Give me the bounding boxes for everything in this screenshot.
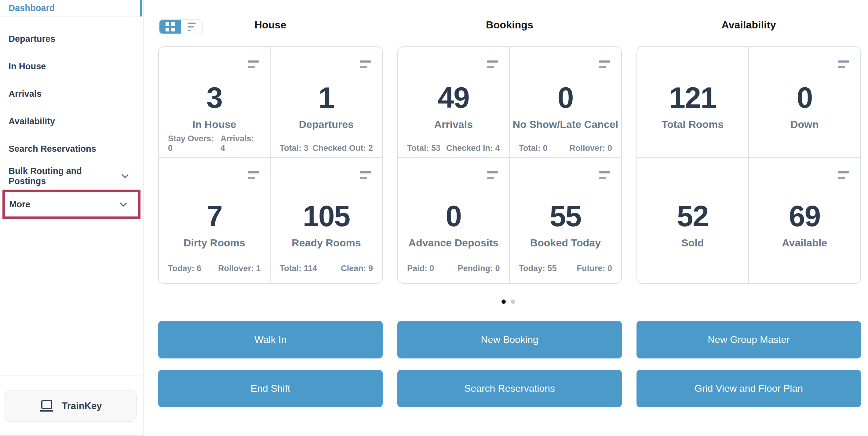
- substat-right: Arrivals: 4: [220, 134, 261, 153]
- substat-right: Checked In: 4: [446, 144, 500, 153]
- stat-card-dirty-rooms[interactable]: 7 Dirty Rooms Today: 6 Rollover: 1: [159, 158, 271, 283]
- stat-value: 55: [550, 201, 581, 231]
- collapse-icon[interactable]: [487, 60, 498, 68]
- collapse-icon[interactable]: [599, 171, 610, 179]
- end-shift-button[interactable]: End Shift: [158, 370, 383, 407]
- chevron-down-icon: [119, 170, 131, 182]
- collapse-icon[interactable]: [360, 60, 371, 68]
- stat-card-departures[interactable]: 1 Departures Total: 3 Checked Out: 2: [271, 47, 382, 158]
- stat-value: 121: [669, 83, 716, 112]
- sidebar-item-label: Arrivals: [8, 89, 41, 99]
- stat-value: 0: [445, 201, 461, 231]
- substat-right: Pending: 0: [458, 264, 500, 273]
- stat-card-group: 121 Total Rooms 0 Down 52 Sold 69 Availa…: [637, 46, 861, 284]
- stat-label: Departures: [299, 119, 354, 130]
- trainkey-button[interactable]: TrainKey: [4, 390, 137, 422]
- substat-left: Stay Overs: 0: [168, 134, 220, 153]
- collapse-icon[interactable]: [838, 60, 849, 68]
- sidebar-item-dashboard[interactable]: Dashboard: [0, 0, 142, 17]
- stat-card-ready-rooms[interactable]: 105 Ready Rooms Total: 114 Clean: 9: [271, 158, 382, 283]
- sidebar-item-availability[interactable]: Availability: [0, 107, 142, 135]
- stat-label: Dirty Rooms: [184, 237, 245, 249]
- sidebar-item-bulk-routing-and-postings[interactable]: Bulk Routing and Postings: [0, 162, 142, 190]
- walk-in-button[interactable]: Walk In: [158, 321, 383, 359]
- trainkey-label: TrainKey: [62, 401, 102, 412]
- stat-value: 69: [789, 201, 820, 231]
- section-house: House 3 In House Stay Overs: 0 Arrivals:…: [158, 0, 383, 436]
- sidebar-item-label: Bulk Routing and Postings: [8, 166, 119, 186]
- stat-substats: Stay Overs: 0 Arrivals: 4: [168, 134, 261, 153]
- stat-substats: Total: 0 Rollover: 0: [519, 144, 612, 153]
- sidebar-item-more[interactable]: More: [5, 192, 138, 216]
- grid-view-floor-plan-button[interactable]: Grid View and Floor Plan: [637, 370, 861, 407]
- section-title: House: [158, 19, 383, 31]
- stat-label: In House: [192, 119, 237, 130]
- sidebar-item-arrivals[interactable]: Arrivals: [0, 80, 142, 107]
- carousel-dot-2[interactable]: [511, 300, 515, 304]
- active-item-indicator: [140, 0, 142, 17]
- substat-right: Rollover: 1: [218, 264, 261, 273]
- sidebar-divider: [0, 187, 142, 187]
- substat-right: Future: 0: [577, 264, 612, 273]
- stat-label: Arrivals: [434, 119, 473, 130]
- stat-value: 1: [318, 83, 334, 112]
- collapse-icon[interactable]: [838, 171, 849, 179]
- stat-card-arrivals[interactable]: 49 Arrivals Total: 53 Checked In: 4: [398, 47, 510, 158]
- stat-value: 105: [303, 201, 350, 231]
- substat-left: Total: 0: [519, 144, 548, 153]
- collapse-icon[interactable]: [248, 60, 259, 68]
- substat-left: Total: 3: [280, 144, 308, 153]
- sidebar-bottom-divider: [0, 376, 142, 376]
- substat-left: Total: 114: [280, 264, 317, 273]
- sidebar-item-label: Availability: [8, 116, 55, 126]
- stat-card-advance-deposits[interactable]: 0 Advance Deposits Paid: 0 Pending: 0: [398, 158, 510, 283]
- stat-card-sold[interactable]: 52 Sold: [637, 158, 749, 283]
- collapse-icon[interactable]: [248, 171, 259, 179]
- carousel-dots: [501, 300, 515, 304]
- sidebar-item-label: Dashboard: [8, 3, 55, 13]
- stat-label: Total Rooms: [661, 119, 723, 130]
- section-title: Availability: [637, 19, 861, 31]
- stat-label: Down: [790, 119, 819, 130]
- stat-card-available[interactable]: 69 Available: [749, 158, 861, 283]
- substat-left: Total: 53: [407, 144, 440, 153]
- substat-right: Rollover: 0: [569, 144, 612, 153]
- stat-value: 49: [438, 83, 469, 112]
- new-booking-button[interactable]: New Booking: [397, 321, 622, 359]
- chevron-down-icon: [118, 199, 129, 210]
- stat-substats: Total: 3 Checked Out: 2: [280, 144, 373, 153]
- substat-left: Paid: 0: [407, 264, 434, 273]
- substat-left: Today: 6: [168, 264, 201, 273]
- stat-card-total-rooms[interactable]: 121 Total Rooms: [637, 47, 749, 158]
- stat-value: 3: [207, 83, 222, 112]
- stat-card-down[interactable]: 0 Down: [749, 47, 861, 158]
- sidebar-item-in-house[interactable]: In House: [0, 53, 142, 80]
- new-group-master-button[interactable]: New Group Master: [637, 321, 861, 359]
- carousel-dot-1[interactable]: [501, 300, 506, 304]
- collapse-icon[interactable]: [487, 171, 498, 179]
- section-availability: Availability 121 Total Rooms 0 Down 52 S…: [637, 0, 861, 436]
- section-bookings: Bookings 49 Arrivals Total: 53 Checked I…: [397, 0, 622, 436]
- stat-substats: Total: 114 Clean: 9: [280, 264, 373, 273]
- sidebar-item-search-reservations[interactable]: Search Reservations: [0, 135, 142, 162]
- stat-substats: Today: 6 Rollover: 1: [168, 264, 261, 273]
- sidebar: Dashboard Departures In House Arrivals A…: [0, 0, 144, 436]
- sidebar-item-label: Departures: [8, 34, 55, 44]
- more-highlight-box: More: [2, 190, 141, 219]
- laptop-icon: [39, 399, 55, 413]
- sidebar-item-label: In House: [8, 61, 46, 71]
- stat-card-in-house[interactable]: 3 In House Stay Overs: 0 Arrivals: 4: [159, 47, 271, 158]
- stat-label: No Show/Late Cancel: [513, 119, 618, 130]
- sidebar-item-departures[interactable]: Departures: [0, 25, 142, 53]
- stat-value: 7: [207, 201, 222, 231]
- collapse-icon[interactable]: [360, 171, 371, 179]
- stat-label: Sold: [681, 237, 704, 249]
- stat-card-group: 3 In House Stay Overs: 0 Arrivals: 4 1 D…: [158, 46, 383, 284]
- collapse-icon[interactable]: [599, 60, 610, 68]
- search-reservations-button[interactable]: Search Reservations: [397, 370, 622, 407]
- stat-card-no-show-late-cancel[interactable]: 0 No Show/Late Cancel Total: 0 Rollover:…: [510, 47, 622, 158]
- stat-card-booked-today[interactable]: 55 Booked Today Today: 55 Future: 0: [510, 158, 622, 283]
- stat-substats: Total: 53 Checked In: 4: [407, 144, 500, 153]
- substat-right: Checked Out: 2: [312, 144, 373, 153]
- stat-value: 0: [797, 83, 812, 112]
